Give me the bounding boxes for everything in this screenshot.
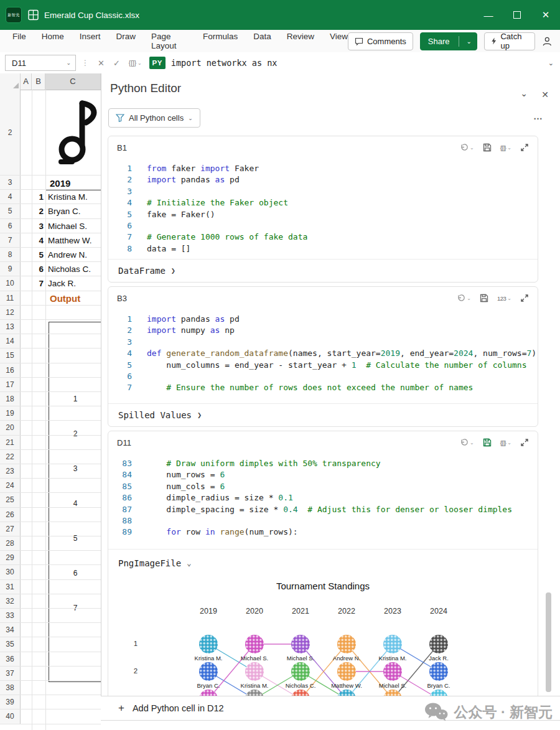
cell-output-row[interactable]: Spilled Values❯ [108, 403, 538, 426]
row-header-23[interactable]: 23 [0, 464, 21, 478]
row-header-33[interactable]: 33 [0, 609, 21, 622]
spreadsheet[interactable]: ABC 2019 Output 1234567 2345678910111213… [0, 73, 101, 730]
confirm-icon[interactable]: ✓ [113, 58, 120, 68]
row-header-13[interactable]: 13 [0, 320, 21, 334]
python-cells-filter[interactable]: All Python cells ⌄ [108, 108, 200, 128]
insert-object-icon[interactable]: {[]} ⌄ [129, 60, 142, 67]
expand-icon[interactable] [520, 438, 529, 447]
cell-rank[interactable]: 5 [32, 248, 44, 262]
save-icon[interactable] [483, 438, 492, 447]
row-header-39[interactable]: 39 [0, 695, 21, 709]
sheet-grid[interactable]: 2019 Output 1234567 23456789101112131415… [0, 90, 101, 730]
row-header-28[interactable]: 28 [0, 536, 21, 550]
more-options-icon[interactable]: … [533, 111, 543, 121]
row-header-19[interactable]: 19 [0, 406, 21, 420]
row-header-6[interactable]: 6 [0, 219, 21, 233]
code-editor[interactable]: 1from faker import Faker2import pandas a… [108, 159, 538, 255]
close-pane-icon[interactable]: ✕ [541, 90, 549, 100]
formula-bar-handle[interactable]: ⋮ [82, 58, 89, 67]
pane-scrollbar[interactable] [546, 592, 551, 692]
cell-rank[interactable]: 7 [32, 276, 44, 291]
code-editor[interactable]: 1import pandas as pd2import numpy as np3… [108, 309, 538, 394]
row-header-10[interactable]: 10 [0, 276, 21, 290]
row-header-27[interactable]: 27 [0, 522, 21, 536]
result-type-icon[interactable]: {[]}⌄ [500, 144, 511, 151]
column-header-C[interactable]: C [45, 73, 101, 90]
cell-output-row[interactable]: PngImageFile⌄ [108, 549, 538, 577]
cell-rank[interactable]: 4 [32, 233, 44, 248]
name-box[interactable]: D11 ⌄ [5, 55, 76, 71]
row-header-26[interactable]: 26 [0, 508, 21, 522]
cell-rank[interactable]: 2 [32, 204, 44, 218]
row-header-12[interactable]: 12 [0, 306, 21, 319]
person-icon[interactable] [542, 35, 553, 47]
cell-rank[interactable]: 1 [32, 190, 44, 204]
row-header-4[interactable]: 4 [0, 190, 21, 204]
save-icon[interactable] [483, 143, 492, 152]
python-cell-card-D11[interactable]: D11⌄{[]}⌄83 # Draw uniform dimples with … [108, 431, 538, 723]
share-button[interactable]: Share ⌄ [420, 32, 477, 50]
cell-player-name[interactable]: Kristina M. [48, 190, 88, 204]
row-header-2[interactable]: 2 [0, 90, 21, 175]
result-type-icon[interactable]: 123⌄ [497, 295, 511, 302]
cell-rank[interactable]: 3 [32, 219, 44, 233]
row-header-30[interactable]: 30 [0, 565, 21, 579]
row-header-11[interactable]: 11 [0, 291, 21, 305]
row-header-36[interactable]: 36 [0, 652, 21, 666]
row-header-21[interactable]: 21 [0, 436, 21, 449]
row-header-8[interactable]: 8 [0, 248, 21, 261]
expand-icon[interactable] [520, 294, 529, 302]
ribbon-tab-view[interactable]: View [330, 32, 348, 50]
cell-player-name[interactable]: Bryan C. [48, 204, 81, 218]
ribbon-tab-page-layout[interactable]: Page Layout [151, 32, 187, 50]
row-header-31[interactable]: 31 [0, 580, 21, 594]
result-type-icon[interactable]: {[]}⌄ [500, 439, 511, 446]
undo-icon[interactable]: ⌄ [457, 294, 471, 302]
row-header-34[interactable]: 34 [0, 623, 21, 637]
row-header-20[interactable]: 20 [0, 421, 21, 434]
ribbon-tab-draw[interactable]: Draw [116, 32, 136, 50]
catch-up-button[interactable]: Catch up [484, 32, 535, 50]
row-header-3[interactable]: 3 [0, 175, 21, 189]
python-cell-card-B3[interactable]: B3⌄123⌄1import pandas as pd2import numpy… [108, 286, 538, 427]
cell-player-name[interactable]: Matthew W. [48, 233, 92, 248]
ribbon-tab-formulas[interactable]: Formulas [203, 32, 238, 50]
cell-player-name[interactable]: Jack R. [48, 276, 76, 291]
row-header-24[interactable]: 24 [0, 479, 21, 492]
ribbon-tab-file[interactable]: File [12, 32, 26, 50]
row-header-37[interactable]: 37 [0, 667, 21, 680]
row-header-17[interactable]: 17 [0, 378, 21, 391]
maximize-button[interactable] [503, 0, 531, 30]
row-header-14[interactable]: 14 [0, 334, 21, 348]
ribbon-tab-home[interactable]: Home [42, 32, 64, 50]
share-dropdown-icon[interactable]: ⌄ [463, 38, 477, 45]
collapse-pane-icon[interactable]: ⌄ [520, 88, 528, 98]
select-all-corner[interactable] [0, 73, 21, 90]
row-header-5[interactable]: 5 [0, 204, 21, 218]
ribbon-tab-insert[interactable]: Insert [80, 32, 101, 50]
row-header-29[interactable]: 29 [0, 551, 21, 564]
save-icon[interactable] [480, 294, 488, 302]
ribbon-tab-review[interactable]: Review [287, 32, 314, 50]
cell-player-name[interactable]: Michael S. [48, 219, 87, 233]
cell-output-row[interactable]: DataFrame❯ [108, 259, 538, 282]
row-header-15[interactable]: 15 [0, 349, 21, 362]
ribbon-tab-data[interactable]: Data [253, 32, 271, 50]
column-header-A[interactable]: A [21, 73, 32, 90]
cell-player-name[interactable]: Andrew N. [48, 248, 87, 262]
column-header-B[interactable]: B [32, 73, 45, 90]
expand-icon[interactable] [520, 143, 529, 152]
formula-input[interactable]: import networkx as nx [171, 58, 278, 68]
cell-player-name[interactable]: Nicholas C. [48, 262, 91, 276]
cancel-icon[interactable]: ✕ [98, 58, 105, 68]
cell-rank[interactable]: 6 [32, 262, 44, 276]
minimize-button[interactable]: — [474, 0, 503, 30]
formula-expand-icon[interactable]: ⌄ [548, 59, 554, 67]
row-header-38[interactable]: 38 [0, 681, 21, 695]
row-header-25[interactable]: 25 [0, 493, 21, 507]
undo-icon[interactable]: ⌄ [460, 143, 474, 152]
row-header-18[interactable]: 18 [0, 392, 21, 406]
close-button[interactable]: ✕ [531, 0, 560, 30]
row-header-7[interactable]: 7 [0, 233, 21, 247]
row-header-22[interactable]: 22 [0, 450, 21, 464]
